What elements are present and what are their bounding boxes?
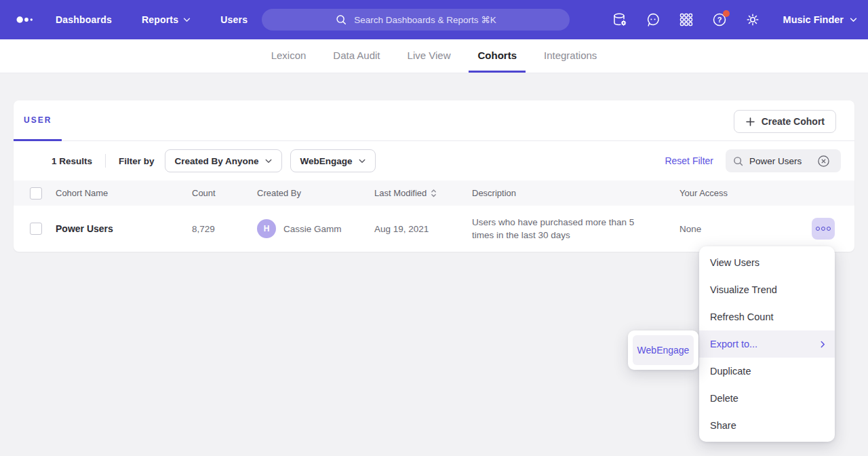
tab-lexicon[interactable]: Lexicon	[262, 39, 315, 73]
clear-search-icon[interactable]	[817, 155, 830, 168]
cohorts-panel: USER Create Cohort 1 Results Filter by C…	[14, 100, 854, 252]
chevron-right-icon	[821, 341, 825, 348]
dot	[821, 227, 825, 231]
top-nav-links: Dashboards Reports Users	[56, 14, 248, 25]
chevron-down-icon	[265, 159, 272, 164]
table-row: Power Users 8,729 H Cassie Gamm Aug 19, …	[14, 206, 854, 252]
created-by-name: Cassie Gamm	[283, 224, 342, 234]
menu-item-delete[interactable]: Delete	[699, 385, 835, 412]
submenu-item-webengage[interactable]: WebEngage	[633, 335, 694, 365]
select-all-checkbox[interactable]	[30, 187, 42, 200]
help-icon[interactable]: ?	[711, 12, 728, 28]
cohort-search-input[interactable]	[749, 156, 812, 166]
project-name: Music Finder	[783, 14, 844, 25]
global-search-bar[interactable]: Search Dashboards & Reports ⌘K	[262, 9, 570, 31]
submenu-item-label: WebEngage	[637, 345, 690, 356]
apps-grid-icon[interactable]	[678, 12, 694, 28]
reset-filter-link[interactable]: Reset Filter	[665, 155, 713, 166]
menu-item-export-to[interactable]: Export to...	[699, 330, 835, 358]
menu-item-share[interactable]: Share	[699, 412, 835, 439]
menu-item-label: Duplicate	[710, 366, 751, 377]
export-submenu: WebEngage	[628, 330, 698, 370]
filter-by-label: Filter by	[119, 156, 155, 166]
settings-gear-icon[interactable]	[745, 12, 761, 28]
tab-cohorts[interactable]: Cohorts	[469, 39, 526, 73]
menu-item-refresh-count[interactable]: Refresh Count	[699, 303, 835, 330]
tab-user-cohorts[interactable]: USER	[14, 101, 62, 141]
header-your-access: Your Access	[679, 188, 854, 198]
tab-user-label: USER	[24, 115, 52, 125]
header-count: Count	[192, 188, 257, 198]
menu-item-label: View Users	[710, 257, 760, 268]
topbar-actions: ? Music Finder	[612, 0, 857, 39]
avatar: H	[257, 219, 276, 238]
nav-users[interactable]: Users	[220, 14, 248, 25]
last-modified-date: Aug 19, 2021	[374, 224, 472, 234]
access-value: None	[679, 224, 701, 234]
divider	[105, 154, 106, 168]
nav-users-label: Users	[220, 14, 248, 25]
search-icon	[732, 155, 744, 167]
tab-integrations[interactable]: Integrations	[535, 39, 606, 73]
top-navbar: Dashboards Reports Users Search Dashboar…	[0, 0, 868, 39]
data-management-tabs: Lexicon Data Audit Live View Cohorts Int…	[0, 39, 868, 73]
svg-text:?: ?	[717, 16, 722, 24]
tab-lexicon-label: Lexicon	[271, 50, 307, 61]
created-by-filter-dropdown[interactable]: Created By Anyone	[165, 149, 282, 172]
dot	[816, 227, 820, 231]
tab-data-audit[interactable]: Data Audit	[324, 39, 389, 73]
tab-live-view[interactable]: Live View	[399, 39, 460, 73]
plus-icon	[745, 117, 755, 127]
tab-data-audit-label: Data Audit	[333, 50, 380, 61]
data-management-icon[interactable]	[612, 12, 628, 28]
cohort-search-box	[726, 149, 841, 172]
menu-item-view-users[interactable]: View Users	[699, 249, 835, 276]
nav-reports[interactable]: Reports	[142, 14, 191, 25]
row-actions-button[interactable]	[812, 218, 835, 240]
chevron-down-icon	[850, 18, 857, 22]
create-cohort-label: Create Cohort	[762, 116, 825, 127]
menu-item-visualize-trend[interactable]: Visualize Trend	[699, 276, 835, 303]
cohort-name-link[interactable]: Power Users	[56, 223, 113, 234]
tab-live-view-label: Live View	[408, 50, 451, 61]
integration-filter-value: WebEngage	[300, 156, 353, 166]
tab-integrations-label: Integrations	[544, 50, 597, 61]
mixpanel-logo-icon[interactable]	[16, 15, 38, 24]
dot	[827, 227, 831, 231]
nav-dashboards-label: Dashboards	[56, 14, 112, 25]
nav-dashboards[interactable]: Dashboards	[56, 14, 112, 25]
header-created-by: Created By	[257, 188, 374, 198]
integration-filter-dropdown[interactable]: WebEngage	[290, 149, 376, 172]
create-cohort-button[interactable]: Create Cohort	[734, 110, 836, 133]
header-last-modified-label: Last Modified	[374, 188, 427, 198]
project-switcher[interactable]: Music Finder	[783, 14, 857, 25]
chevron-down-icon	[359, 159, 366, 164]
cohort-count: 8,729	[192, 224, 257, 234]
table-header-row: Cohort Name Count Created By Last Modifi…	[14, 180, 854, 206]
row-checkbox[interactable]	[30, 223, 42, 235]
menu-item-label: Delete	[710, 393, 738, 404]
header-description: Description	[472, 188, 679, 198]
tab-cohorts-label: Cohorts	[477, 50, 517, 61]
menu-item-label: Export to...	[710, 339, 757, 349]
created-by-filter-value: Created By Anyone	[175, 156, 259, 166]
notification-dot	[723, 10, 730, 17]
cohort-description: Users who have purchased more than 5 tim…	[472, 216, 643, 242]
results-count: 1 Results	[52, 156, 92, 166]
chevron-down-icon	[183, 18, 191, 22]
cohort-actions-menu: View Users Visualize Trend Refresh Count…	[699, 246, 835, 442]
menu-item-duplicate[interactable]: Duplicate	[699, 358, 835, 385]
sort-icon[interactable]	[431, 189, 437, 197]
menu-item-label: Refresh Count	[710, 311, 774, 322]
nav-reports-label: Reports	[142, 14, 178, 25]
menu-item-label: Visualize Trend	[710, 284, 777, 295]
filter-bar: 1 Results Filter by Created By Anyone We…	[14, 141, 854, 180]
header-last-modified[interactable]: Last Modified	[374, 188, 472, 198]
menu-item-label: Share	[710, 420, 736, 431]
global-search-placeholder: Search Dashboards & Reports ⌘K	[354, 14, 496, 25]
header-cohort-name: Cohort Name	[56, 188, 192, 198]
cohort-type-tabs: USER Create Cohort	[14, 100, 854, 141]
messages-icon[interactable]	[645, 12, 661, 28]
search-icon	[335, 14, 347, 26]
